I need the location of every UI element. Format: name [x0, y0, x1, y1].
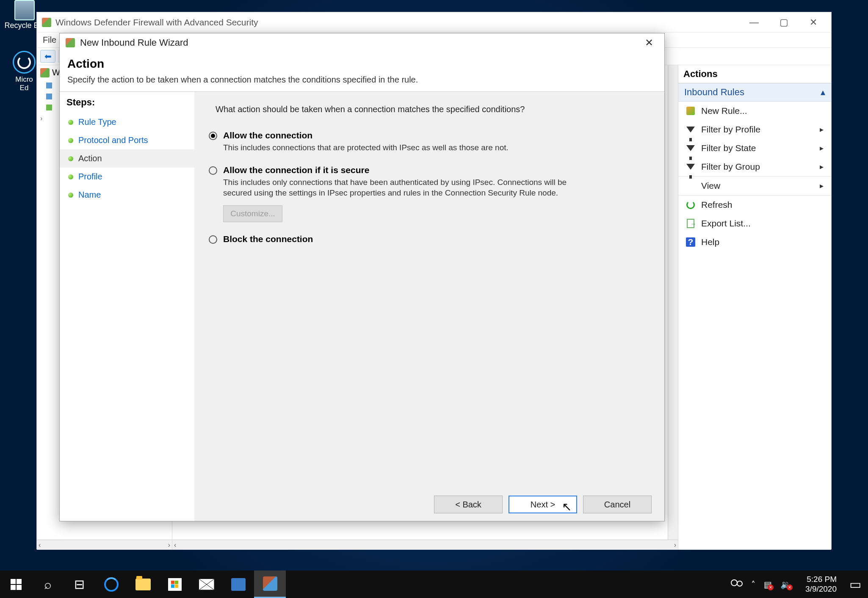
- action-center[interactable]: ▭: [843, 570, 868, 598]
- taskbar-edge[interactable]: [95, 570, 127, 598]
- action-view[interactable]: View▸: [678, 176, 831, 195]
- taskbar: ⌕ ⊟ ˄ ▤× 🔉× 5:26 PM 3/9/2020 ▭: [0, 570, 868, 598]
- rule-icon: [46, 94, 52, 99]
- filter-icon: [686, 127, 695, 132]
- edge-icon: [13, 51, 36, 74]
- step-dot-icon: [68, 174, 73, 179]
- minimize-button[interactable]: —: [741, 14, 767, 31]
- radio-allow-secure[interactable]: [209, 166, 217, 175]
- mail-icon: [199, 579, 214, 590]
- collapse-icon: ▴: [821, 87, 825, 98]
- chevron-right-icon: ▸: [820, 143, 824, 153]
- back-button[interactable]: < Back: [434, 496, 503, 513]
- option-allow-secure-label: Allow the connection if it is secure: [223, 165, 583, 175]
- option-allow-desc: This includes connections that are prote…: [223, 142, 509, 153]
- step-dot-icon: [68, 120, 73, 125]
- chevron-right-icon: ▸: [820, 162, 824, 171]
- step-protocol[interactable]: Protocol and Ports: [60, 131, 194, 149]
- people-icon[interactable]: [731, 579, 743, 590]
- firewall-icon: [263, 576, 277, 591]
- close-button[interactable]: ✕: [801, 14, 826, 31]
- steps-label: Steps:: [60, 92, 194, 113]
- tree-hscrollbar[interactable]: ‹›: [37, 540, 172, 550]
- step-dot-icon: [68, 138, 73, 143]
- window-titlebar[interactable]: Windows Defender Firewall with Advanced …: [37, 12, 831, 32]
- taskbar-search[interactable]: ⌕: [32, 570, 64, 598]
- actions-section-header[interactable]: Inbound Rules ▴: [678, 83, 831, 102]
- recycle-bin-icon: [14, 0, 35, 20]
- network-icon[interactable]: ▤×: [764, 579, 772, 590]
- radio-allow[interactable]: [209, 132, 217, 140]
- wizard-heading: Action: [67, 57, 657, 71]
- step-action[interactable]: Action: [60, 149, 194, 168]
- wizard-footer: < Back Next > Cancel: [207, 490, 652, 513]
- windows-logo-icon: [11, 579, 22, 590]
- taskview-icon: ⊟: [74, 577, 85, 592]
- option-block-label: Block the connection: [223, 234, 313, 244]
- action-refresh[interactable]: Refresh: [678, 196, 831, 214]
- step-dot-icon: [68, 156, 73, 161]
- action-filter-state[interactable]: Filter by State▸: [678, 139, 831, 157]
- wizard-titlebar[interactable]: New Inbound Rule Wizard ✕: [60, 33, 664, 52]
- taskbar-mail[interactable]: [191, 570, 222, 598]
- taskbar-taskview[interactable]: ⊟: [64, 570, 95, 598]
- nav-back-button[interactable]: ⬅: [40, 50, 55, 63]
- cancel-button[interactable]: Cancel: [583, 496, 652, 513]
- system-tray: ˄ ▤× 🔉×: [722, 579, 799, 590]
- maximize-button[interactable]: ▢: [771, 14, 796, 31]
- taskbar-app[interactable]: [222, 570, 254, 598]
- actions-header: Actions: [678, 65, 831, 83]
- wizard-steps: Steps: Rule Type Protocol and Ports Acti…: [60, 92, 194, 521]
- store-icon: [168, 578, 182, 591]
- next-button[interactable]: Next >: [509, 496, 577, 513]
- option-allow-secure-desc: This includes only connections that have…: [223, 177, 583, 198]
- menu-file[interactable]: File: [43, 35, 56, 45]
- edge-icon: [104, 577, 119, 592]
- folder-icon: [135, 579, 151, 590]
- notification-icon: ▭: [849, 577, 861, 592]
- app-icon: [231, 578, 246, 591]
- action-export[interactable]: Export List...: [678, 214, 831, 233]
- radio-block[interactable]: [209, 235, 217, 244]
- taskbar-firewall[interactable]: [254, 570, 286, 598]
- export-icon: [687, 219, 694, 228]
- action-new-rule[interactable]: New Rule...: [678, 102, 831, 120]
- edge-label: Micro Ed: [9, 75, 39, 92]
- wizard-subtitle: Specify the action to be taken when a co…: [67, 75, 657, 85]
- action-help[interactable]: ?Help: [678, 233, 831, 251]
- start-button[interactable]: [0, 570, 32, 598]
- refresh-icon: [686, 201, 695, 209]
- edge-desktop-shortcut[interactable]: Micro Ed: [9, 51, 39, 92]
- wizard-dialog: New Inbound Rule Wizard ✕ Action Specify…: [59, 33, 665, 521]
- step-rule-type[interactable]: Rule Type: [60, 113, 194, 131]
- rule-icon: [46, 105, 52, 110]
- new-rule-icon: [686, 107, 695, 115]
- wizard-header: Action Specify the action to be taken wh…: [60, 52, 664, 92]
- wizard-title: New Inbound Rule Wizard: [80, 37, 188, 48]
- search-icon: ⌕: [44, 577, 52, 592]
- tray-chevron-icon[interactable]: ˄: [751, 579, 755, 590]
- option-allow-secure[interactable]: Allow the connection if it is secure Thi…: [209, 165, 650, 198]
- center-hscrollbar[interactable]: ‹›: [172, 540, 678, 550]
- wizard-question: What action should be taken when a conne…: [216, 105, 643, 114]
- window-title: Windows Defender Firewall with Advanced …: [55, 17, 258, 28]
- wizard-close-button[interactable]: ✕: [640, 35, 658, 50]
- action-filter-profile[interactable]: Filter by Profile▸: [678, 120, 831, 139]
- taskbar-explorer[interactable]: [127, 570, 159, 598]
- center-vscrollbar[interactable]: [668, 65, 678, 540]
- option-allow[interactable]: Allow the connection This includes conne…: [209, 130, 650, 153]
- help-icon: ?: [686, 237, 695, 247]
- chevron-right-icon: ▸: [820, 125, 824, 134]
- step-name[interactable]: Name: [60, 186, 194, 204]
- step-profile[interactable]: Profile: [60, 168, 194, 186]
- customize-button: Customize...: [223, 205, 282, 222]
- volume-icon[interactable]: 🔉×: [780, 579, 791, 590]
- chevron-right-icon: ▸: [820, 181, 824, 190]
- taskbar-clock[interactable]: 5:26 PM 3/9/2020: [799, 575, 843, 594]
- option-block[interactable]: Block the connection: [209, 234, 650, 246]
- action-filter-group[interactable]: Filter by Group▸: [678, 157, 831, 176]
- actions-panel: Actions Inbound Rules ▴ New Rule... Filt…: [678, 65, 831, 550]
- filter-icon: [686, 164, 695, 170]
- taskbar-store[interactable]: [159, 570, 191, 598]
- clock-date: 3/9/2020: [805, 584, 837, 594]
